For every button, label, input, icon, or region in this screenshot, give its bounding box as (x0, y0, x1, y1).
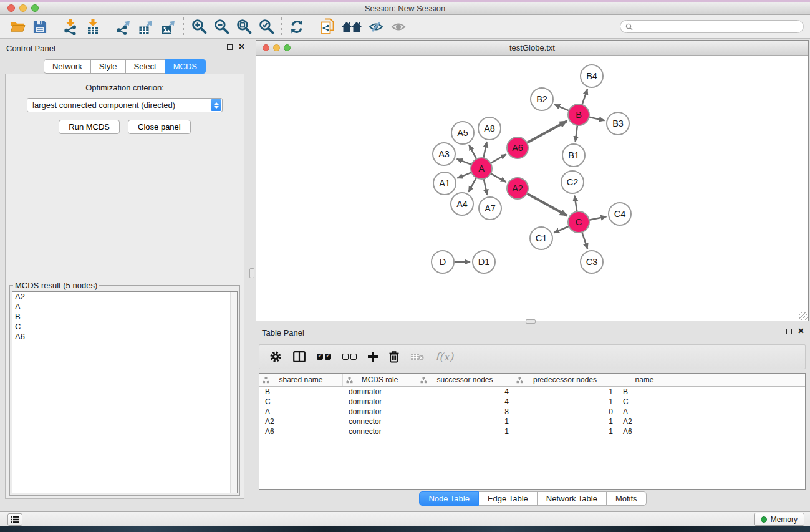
table-row[interactable]: Cdominator41C (259, 397, 805, 407)
select-all-checkboxes-icon[interactable] (317, 354, 331, 360)
edge-A-A2[interactable] (491, 173, 506, 182)
refresh-icon[interactable] (286, 17, 308, 37)
column-header-name[interactable]: name (617, 374, 672, 386)
edge-C-C4[interactable] (589, 216, 607, 220)
export-image-icon[interactable] (157, 17, 180, 37)
network-canvas[interactable]: B4B2BB3A5A8A6B1A3AC2A1A2A4A7C4CC1C3DD1 (256, 56, 808, 321)
zoom-in-icon[interactable] (188, 17, 210, 37)
hide-panel-icon[interactable] (365, 17, 387, 37)
result-scrollbar[interactable] (230, 292, 237, 493)
node-D1[interactable]: D1 (473, 251, 495, 273)
node-D[interactable]: D (432, 251, 454, 273)
tab-motifs[interactable]: Motifs (606, 491, 647, 506)
node-B3[interactable]: B3 (607, 112, 629, 135)
node-A3[interactable]: A3 (433, 143, 455, 165)
edge-B-B2[interactable] (554, 105, 569, 111)
edge-A-A8[interactable] (483, 142, 486, 158)
node-A1[interactable]: A1 (433, 172, 456, 195)
edge-A6-B[interactable] (527, 121, 567, 143)
result-list-item[interactable]: A6 (12, 332, 237, 342)
search-input[interactable] (636, 22, 798, 32)
edge-B-B1[interactable] (576, 125, 577, 142)
edge-A-A3[interactable] (457, 159, 472, 165)
node-C4[interactable]: C4 (609, 203, 631, 225)
float-panel-icon[interactable] (227, 44, 233, 50)
edge-A-A5[interactable] (469, 145, 476, 158)
tab-style[interactable]: Style (90, 59, 126, 74)
edge-C-C2[interactable] (574, 196, 577, 211)
result-list-item[interactable]: B (12, 312, 237, 322)
result-list-item[interactable]: C (12, 322, 237, 332)
result-list-item[interactable]: A2 (12, 292, 237, 302)
table-options-gear-icon[interactable] (269, 351, 282, 363)
table-row[interactable]: A2connector11A2 (259, 417, 805, 427)
add-column-icon[interactable] (368, 352, 378, 362)
tab-mcds[interactable]: MCDS (165, 59, 206, 74)
node-A2[interactable]: A2 (507, 178, 528, 199)
node-A4[interactable]: A4 (451, 193, 473, 215)
criterion-dropdown[interactable]: largest connected component (directed) (27, 98, 223, 112)
show-panel-icon[interactable] (387, 17, 410, 37)
node-B[interactable]: B (568, 104, 589, 125)
float-table-panel-icon[interactable] (786, 329, 792, 334)
clone-network-icon[interactable] (316, 17, 339, 37)
home-view-icon[interactable] (339, 17, 365, 37)
deselect-all-checkboxes-icon[interactable] (342, 354, 357, 360)
delete-column-icon[interactable] (389, 351, 399, 363)
node-C[interactable]: C (568, 211, 589, 233)
tab-network-table[interactable]: Network Table (537, 491, 607, 506)
show-columns-icon[interactable] (293, 351, 306, 362)
close-panel-button[interactable]: Close panel (128, 120, 191, 134)
column-header-shared-name[interactable]: shared name (259, 374, 343, 386)
node-A5[interactable]: A5 (451, 122, 474, 144)
node-B1[interactable]: B1 (562, 144, 585, 167)
import-network-icon[interactable] (59, 17, 82, 37)
panel-divider-grip[interactable] (249, 268, 254, 278)
edge-A-A6[interactable] (491, 154, 506, 163)
node-A6[interactable]: A6 (507, 137, 528, 158)
edge-C-C3[interactable] (582, 232, 587, 249)
node-C2[interactable]: C2 (561, 171, 584, 193)
tab-select[interactable]: Select (125, 59, 165, 74)
column-header-MCDS-role[interactable]: MCDS role (343, 374, 417, 386)
export-network-icon[interactable] (112, 17, 135, 37)
edge-A2-C[interactable] (527, 193, 567, 216)
table-row[interactable]: A6connector11A6 (259, 427, 805, 437)
node-A8[interactable]: A8 (478, 117, 501, 140)
horizontal-divider-grip[interactable] (526, 319, 536, 324)
edge-A-A1[interactable] (457, 172, 471, 178)
run-mcds-button[interactable]: Run MCDS (59, 120, 120, 134)
node-C3[interactable]: C3 (581, 251, 603, 273)
memory-button[interactable]: Memory (754, 513, 804, 526)
save-session-icon[interactable] (29, 17, 51, 37)
tab-edge-table[interactable]: Edge Table (478, 491, 538, 506)
import-table-icon[interactable] (82, 17, 104, 37)
table-row[interactable]: Adominator80A (259, 407, 805, 417)
node-B4[interactable]: B4 (581, 65, 603, 87)
close-panel-icon[interactable]: × (239, 44, 244, 50)
result-list-item[interactable]: A (12, 302, 237, 312)
zoom-fit-icon[interactable] (233, 17, 255, 37)
open-session-icon[interactable] (6, 17, 29, 37)
task-history-button[interactable] (7, 513, 22, 526)
search-field[interactable] (620, 20, 804, 33)
node-A7[interactable]: A7 (479, 197, 501, 220)
column-header-predecessor-nodes[interactable]: predecessor nodes (513, 374, 617, 386)
table-row[interactable]: Bdominator41B (259, 387, 805, 397)
node-C1[interactable]: C1 (530, 227, 552, 249)
edge-A-A7[interactable] (484, 179, 488, 195)
node-B2[interactable]: B2 (531, 88, 553, 110)
tab-network[interactable]: Network (44, 59, 91, 74)
zoom-selected-icon[interactable] (255, 17, 277, 37)
zoom-out-icon[interactable] (210, 17, 233, 37)
edge-B-B4[interactable] (582, 89, 587, 105)
column-header-successor-nodes[interactable]: successor nodes (417, 374, 513, 386)
edge-C-C1[interactable] (554, 226, 569, 233)
edge-B-B3[interactable] (589, 117, 605, 121)
tab-node-table[interactable]: Node Table (419, 491, 479, 506)
export-table-icon[interactable] (135, 17, 157, 37)
resize-grip-icon[interactable] (799, 312, 808, 320)
node-A[interactable]: A (471, 158, 492, 179)
edge-A-A4[interactable] (469, 178, 476, 192)
close-table-panel-icon[interactable]: × (798, 328, 804, 334)
